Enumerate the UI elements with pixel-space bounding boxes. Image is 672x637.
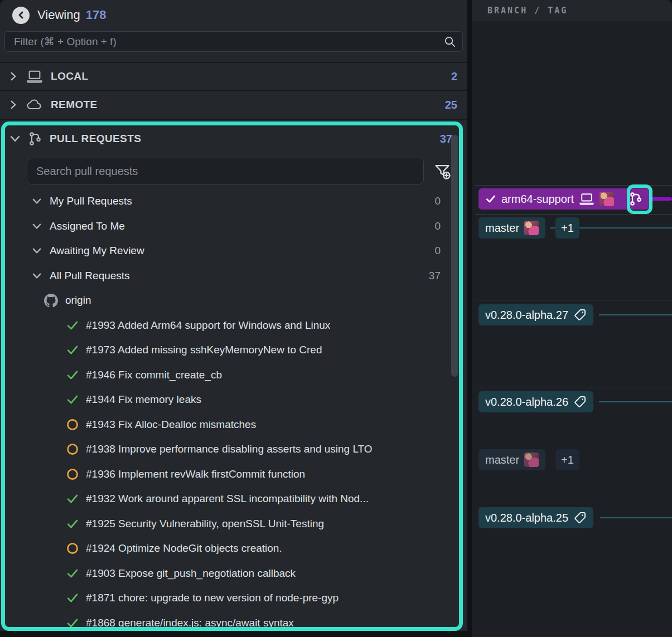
filter-add-icon[interactable] (433, 162, 452, 181)
branch-tag-graph-panel: BRANCH / TAG arm64-support master (472, 0, 672, 637)
pr-list-item[interactable]: #1973 Added missing sshKeyMemoryNew to C… (5, 338, 459, 363)
pr-group-list: My Pull Requests 0 Assigned To Me 0 Awai… (5, 189, 459, 288)
pr-list-item[interactable]: #1946 Fix commit_create_cb (5, 363, 459, 388)
pr-item-title: #1871 chore: upgrade to new version of n… (86, 592, 339, 604)
pr-list-item[interactable]: #1943 Fix Alloc-Dealloc mismatches (5, 412, 459, 437)
tag-name: v0.28.0-alpha.25 (485, 512, 568, 524)
scrollbar-thumb[interactable] (451, 135, 458, 377)
branch-name: arm64-support (501, 193, 574, 206)
laptop-icon (579, 192, 594, 206)
chevron-down-icon (9, 133, 21, 144)
chevron-right-icon (8, 71, 18, 81)
pr-group-label: My Pull Requests (50, 195, 427, 207)
pr-item-title: #1973 Added missing sshKeyMemoryNew to C… (86, 344, 322, 356)
sidebar-item-local[interactable]: LOCAL 2 (0, 62, 467, 91)
check-icon (66, 393, 79, 406)
check-icon (66, 319, 79, 332)
pr-list-item[interactable]: #1936 Implement revWalk firstCommit func… (5, 462, 459, 487)
open-circle-icon (66, 419, 79, 431)
pr-item-title: #1936 Implement revWalk firstCommit func… (86, 468, 305, 480)
chevron-down-icon (32, 271, 42, 281)
pr-group-count: 0 (434, 195, 441, 207)
pull-request-icon-highlight (627, 184, 652, 214)
remote-name: origin (65, 294, 91, 307)
check-icon (66, 493, 79, 505)
branch-label-master[interactable]: master (478, 217, 545, 239)
tag-icon (573, 511, 587, 524)
pr-group-awaiting-my-review[interactable]: Awaiting My Review 0 (5, 239, 459, 264)
pr-search-input[interactable] (27, 158, 424, 184)
branch-label-arm64-support[interactable]: arm64-support (478, 188, 650, 210)
graph-edge-teal (599, 401, 672, 402)
search-icon (443, 35, 456, 48)
pr-list-item[interactable]: #1932 Work around apparent SSL incompati… (5, 487, 459, 512)
remote-section-label: REMOTE (51, 99, 437, 111)
chevron-down-icon (32, 196, 42, 206)
open-circle-icon (66, 468, 79, 480)
avatar (524, 453, 539, 467)
pr-list-item[interactable]: #1871 chore: upgrade to new version of n… (5, 586, 459, 611)
pr-group-assigned-to-me[interactable]: Assigned To Me 0 (5, 214, 459, 239)
pr-list-item[interactable]: #1938 Improve performance disabling asse… (5, 437, 459, 462)
tag-label-v0-28-0-alpha-25[interactable]: v0.28.0-alpha.25 (478, 507, 593, 528)
chevron-left-icon (17, 11, 26, 20)
more-refs-badge[interactable]: +1 (555, 217, 579, 239)
check-icon (66, 369, 79, 381)
pr-list-item[interactable]: #1868 generate/index.js: async/await syn… (5, 611, 459, 631)
viewing-count: 178 (86, 8, 107, 22)
local-count-badge: 2 (451, 70, 457, 83)
back-button[interactable] (12, 7, 30, 24)
branch-name: master (485, 222, 519, 235)
pr-item-title: #1946 Fix commit_create_cb (86, 369, 222, 381)
pr-item-title: #1938 Improve performance disabling asse… (86, 443, 373, 455)
tag-icon (573, 308, 587, 322)
pr-list-item[interactable]: #1924 Optimize NodeGit objects creation. (5, 536, 459, 561)
open-circle-icon (66, 443, 79, 455)
pull-requests-section-highlighted: PULL REQUESTS 37 My Pull Requests 0 Assi… (1, 121, 463, 631)
sidebar-item-remote[interactable]: REMOTE 25 (0, 91, 467, 120)
pr-group-my-pull-requests[interactable]: My Pull Requests 0 (5, 189, 459, 214)
sidebar-item-pull-requests[interactable]: PULL REQUESTS 37 (5, 125, 459, 152)
branch-name: master (485, 454, 519, 466)
pr-group-label: All Pull Requests (50, 270, 421, 282)
pr-list-item[interactable]: #1925 Security Vulnerability, openSSL Un… (5, 512, 459, 537)
tag-label-v0-28-0-alpha-27[interactable]: v0.28.0-alpha.27 (478, 304, 593, 325)
pr-list-item[interactable]: #1903 Expose git_push_negotiation callba… (5, 561, 459, 586)
chevron-down-icon (32, 221, 42, 231)
graph-column-header: BRANCH / TAG (472, 0, 672, 21)
laptop-icon (26, 69, 43, 84)
check-icon (66, 518, 79, 530)
pr-item-title: #1903 Expose git_push_negotiation callba… (86, 567, 296, 580)
cloud-icon (26, 98, 43, 111)
pr-list-item[interactable]: #1993 Added Arm64 support for Windows an… (5, 313, 459, 338)
tag-icon (573, 395, 587, 409)
pr-remote-origin[interactable]: origin (5, 288, 459, 313)
open-circle-icon (66, 542, 79, 555)
github-icon (44, 294, 58, 308)
pr-list-item[interactable]: #1944 Fix memory leaks (5, 387, 459, 412)
pull-requests-count-badge: 37 (440, 133, 452, 145)
tag-name: v0.28.0-alpha.26 (485, 396, 568, 409)
more-refs-count: +1 (561, 454, 574, 466)
check-icon (66, 567, 79, 580)
pr-group-count: 0 (434, 245, 441, 257)
pr-item-title: #1943 Fix Alloc-Dealloc mismatches (86, 419, 256, 431)
graph-row-separator (475, 300, 672, 300)
tag-name: v0.28.0-alpha.27 (485, 309, 568, 322)
remote-count-badge: 25 (445, 99, 457, 111)
more-refs-badge-faded[interactable]: +1 (555, 449, 579, 470)
graph-edge-teal (600, 517, 672, 518)
graph-row-separator (475, 214, 672, 215)
branch-label-master-faded[interactable]: master (478, 449, 545, 470)
page-title: Viewing178 (37, 8, 106, 22)
graph-row-separator (475, 387, 672, 387)
graph-edge-teal (599, 314, 672, 315)
pr-group-count: 0 (434, 220, 441, 232)
tag-label-v0-28-0-alpha-26[interactable]: v0.28.0-alpha.26 (478, 391, 593, 412)
pr-group-all-pull-requests[interactable]: All Pull Requests 37 (5, 264, 459, 289)
pull-request-icon (28, 131, 42, 147)
app-window: Viewing178 LOCAL 2 REMOTE (0, 0, 672, 637)
pr-item-title: #1925 Security Vulnerability, openSSL Un… (86, 518, 324, 530)
pr-item-list: #1993 Added Arm64 support for Windows an… (5, 313, 459, 631)
filter-input[interactable] (4, 31, 463, 52)
